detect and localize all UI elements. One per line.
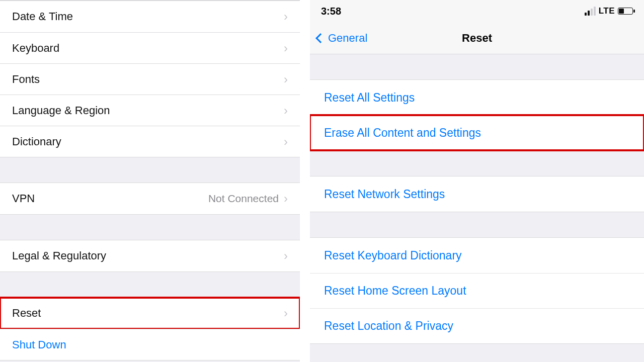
settings-group: VPNNot Connected› [0,183,300,215]
chevron-right-icon: › [284,41,288,55]
chevron-right-icon: › [284,192,288,206]
row-shutdown[interactable]: Shut Down [0,329,300,360]
back-label: General [328,32,367,45]
chevron-right-icon: › [284,72,288,86]
row-label: Shut Down [12,338,66,351]
row-label: Dictionary [12,135,61,148]
row-dictionary[interactable]: Dictionary› [0,126,300,157]
chevron-right-icon: › [284,306,288,320]
row-reset[interactable]: Reset› [0,298,300,329]
settings-group: Reset›Shut Down [0,297,300,360]
row-date_time[interactable]: Date & Time› [0,1,300,32]
pane-divider [300,0,310,362]
row-label: Reset Keyboard Dictionary [324,249,462,262]
battery-icon [618,8,633,15]
group-spacer [0,157,300,183]
row-label: Erase All Content and Settings [324,126,481,140]
row-reset_network[interactable]: Reset Network Settings [310,176,644,212]
chevron-right-icon: › [284,10,288,24]
chevron-right-icon: › [284,249,288,263]
nav-bar: General Reset [310,22,644,54]
row-label: Language & Region [12,104,110,117]
row-label: Date & Time [12,10,73,23]
row-keyboard[interactable]: Keyboard› [0,32,300,63]
row-value: Not Connected [208,193,279,205]
page-title: Reset [462,32,492,45]
signal-bars-icon [585,7,596,16]
row-erase_all[interactable]: Erase All Content and Settings [310,115,644,150]
left-general-settings: Date & Time›Keyboard›Fonts›Language & Re… [0,0,300,362]
reset-group: Reset All SettingsErase All Content and … [310,79,644,151]
row-label: Reset Location & Privacy [324,319,453,333]
chevron-right-icon: › [284,135,288,149]
settings-group: Legal & Regulatory› [0,240,300,272]
group-spacer [0,215,300,240]
row-label: Reset Home Screen Layout [324,284,466,298]
chevron-left-icon [315,33,326,43]
row-vpn[interactable]: VPNNot Connected› [0,183,300,214]
group-spacer [0,272,300,297]
reset-group: Reset Keyboard DictionaryReset Home Scre… [310,237,644,344]
status-bar: 3:58 LTE [310,0,644,22]
row-legal[interactable]: Legal & Regulatory› [0,240,300,272]
row-lang_region[interactable]: Language & Region› [0,95,300,126]
group-spacer [310,151,644,176]
reset-group: Reset Network Settings [310,176,644,212]
group-spacer [310,54,644,79]
row-reset_loc[interactable]: Reset Location & Privacy [310,308,644,343]
row-label: Reset All Settings [324,91,415,105]
row-label: Reset Network Settings [324,188,445,201]
group-spacer [310,212,644,237]
row-fonts[interactable]: Fonts› [0,63,300,95]
row-label: Legal & Regulatory [12,249,106,262]
row-label: Reset [12,307,41,320]
status-time: 3:58 [321,6,341,17]
settings-group: Date & Time›Keyboard›Fonts›Language & Re… [0,1,300,157]
chevron-right-icon: › [284,104,288,118]
row-reset_all[interactable]: Reset All Settings [310,80,644,115]
network-label: LTE [599,6,615,16]
row-label: Keyboard [12,42,59,55]
right-reset-screen: 3:58 LTE General Reset Reset All Setting… [310,0,644,362]
row-reset_kb[interactable]: Reset Keyboard Dictionary [310,238,644,273]
row-label: Fonts [12,73,40,86]
row-label: VPN [12,192,35,205]
row-reset_home[interactable]: Reset Home Screen Layout [310,273,644,308]
back-button[interactable]: General [317,22,367,54]
